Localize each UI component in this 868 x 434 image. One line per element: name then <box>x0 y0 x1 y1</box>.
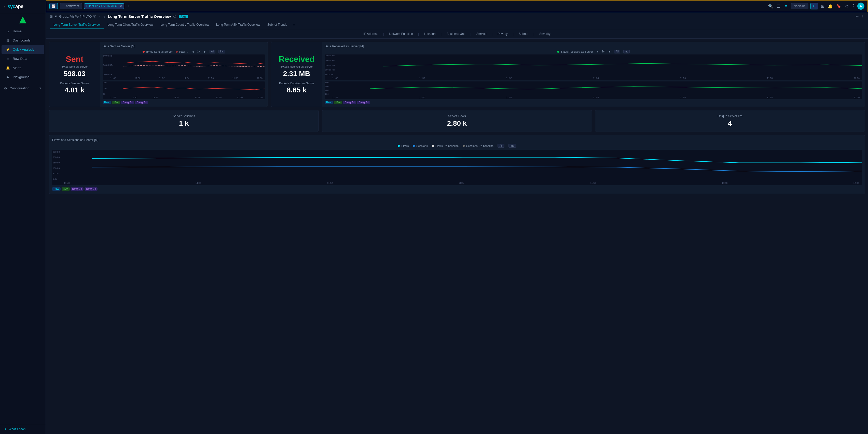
tag-davg-recv-2[interactable]: Davg 7d <box>357 101 370 104</box>
dashboard-title: Long Term Server Traffic Overview <box>108 14 171 19</box>
tag-15m[interactable]: 15m <box>112 101 120 104</box>
tag-davg-flows-1[interactable]: Davg 7d <box>71 187 84 191</box>
star-icon[interactable]: ☆ <box>102 14 105 18</box>
sidebar-item-label: Raw Data <box>13 57 27 61</box>
inv-btn[interactable]: Inv <box>218 50 225 54</box>
tag-davg-flows-2[interactable]: Davg 7d <box>85 187 97 191</box>
add-tab-button[interactable]: + <box>291 21 297 29</box>
tab-subnet-trends[interactable]: Subnet Trends <box>264 21 291 29</box>
top-metrics-row: Sent Bytes Sent as Server 598.03 Packets… <box>49 42 865 107</box>
tag-15m-flows[interactable]: 15m <box>62 187 70 191</box>
list-icon[interactable]: ☰ <box>776 3 781 9</box>
received-x-axis: 11:48 11:50 11:52 11:54 11:56 11:58 12:0… <box>332 77 860 80</box>
received-title: Received <box>279 55 315 64</box>
add-filter-button[interactable]: + <box>126 4 131 9</box>
received-small-x-axis: 11:48 11:50 11:52 11:54 11:56 11:58 12:0… <box>332 96 860 99</box>
main-content: 📈 ☰ netflow ▼ Client IP =172.16.70.49 ✕ … <box>46 0 868 434</box>
more-icon[interactable]: ⋮ <box>861 14 864 18</box>
filter-location[interactable]: Location <box>420 31 440 37</box>
sent-x-axis: 11:48 11:50 11:52 11:54 11:56 11:58 12:0… <box>110 77 262 80</box>
tag-davg-recv-1[interactable]: Davg 7d <box>343 101 356 104</box>
refresh-button[interactable]: ↻ <box>810 3 818 9</box>
filter-ip-address[interactable]: IP Address <box>359 31 383 37</box>
analysis-icon: ⚡ <box>6 48 10 52</box>
tag-davg-1[interactable]: Davg 7d <box>121 101 134 104</box>
sidebar-item-playground[interactable]: ▶ Playground <box>2 72 44 82</box>
tag-15m-recv[interactable]: 15m <box>334 101 342 104</box>
filter-subnet[interactable]: Subnet <box>514 31 533 37</box>
topbar: 📈 ☰ netflow ▼ Client IP =172.16.70.49 ✕ … <box>46 0 868 12</box>
flows-y-axis: 250.00 200.00 150.00 100.00 50.00 0.00 <box>53 151 60 180</box>
received-chart-area: Data Received as Server [M] Bytes Receiv… <box>322 42 865 107</box>
search-icon[interactable]: 🔍 <box>768 3 774 9</box>
series-count-recv: 1/4 <box>602 50 606 53</box>
status-indicator <box>0 13 45 27</box>
filter-privacy[interactable]: Privacy <box>493 31 512 37</box>
status-dot <box>19 16 27 23</box>
bookmark-icon[interactable]: 🔖 <box>836 3 842 9</box>
filter-chip-client-ip[interactable]: Client IP =172.16.70.49 ✕ <box>84 3 125 9</box>
tab-asn-traffic[interactable]: Long Term ASN Traffic Overview <box>213 21 264 29</box>
source-selector[interactable]: ☰ netflow ▼ <box>60 3 82 9</box>
sidebar-item-configuration[interactable]: ⚙ Configuration ▼ <box>0 84 45 93</box>
filter-network-function[interactable]: Network Function <box>384 31 417 37</box>
server-sessions-card: Server Sessions 1 k <box>49 110 319 132</box>
sent-small-chart: 250 150 50 11:48 11:50 11:52 11:54 <box>103 82 265 99</box>
legend-dot-sessions <box>413 145 415 147</box>
prev-series-btn[interactable]: ◄ <box>191 50 194 53</box>
filter-severity[interactable]: Severity <box>535 31 555 37</box>
all-btn[interactable]: All <box>210 50 215 54</box>
no-value-label: No value <box>794 4 806 8</box>
received-chart-title: Data Received as Server [M] <box>324 44 862 48</box>
legend-dot-flows-baseline <box>432 145 434 147</box>
bytes-received-label: Bytes Received as Server <box>281 65 313 68</box>
sidebar-item-alerts[interactable]: 🔔 Alerts <box>2 63 44 72</box>
filter-label: Client IP =172.16.70.49 <box>86 4 118 8</box>
next-series-btn-recv[interactable]: ► <box>609 50 611 53</box>
chart-toggle-button[interactable]: 📈 <box>50 3 58 9</box>
sidebar-item-dashboards[interactable]: ▦ Dashboards <box>2 36 44 45</box>
filter-service[interactable]: Service <box>472 31 491 37</box>
group-selector[interactable]: ⊞ ▼ Group: VisPerf IP LTO ⓘ <box>50 14 96 18</box>
sidebar-item-home[interactable]: ⌂ Home <box>2 27 44 36</box>
chevron-down-icon: ▼ <box>76 4 80 8</box>
close-icon[interactable]: ✕ <box>120 5 122 8</box>
flows-inv-btn[interactable]: Inv <box>508 144 516 148</box>
filter-business-unit[interactable]: Business Unit <box>442 31 470 37</box>
next-series-btn[interactable]: ► <box>204 50 207 53</box>
received-small-y-axis: 800 600 400 200 <box>325 82 329 95</box>
gear-icon[interactable]: ⚙ <box>844 3 849 9</box>
sidebar-item-raw-data[interactable]: ≡ Raw Data <box>2 54 44 63</box>
help-icon[interactable]: ? <box>851 3 855 9</box>
tag-raw[interactable]: Raw <box>103 101 111 104</box>
back-arrow[interactable]: ‹ <box>4 4 5 9</box>
grid-icon[interactable]: ⊞ <box>820 3 825 9</box>
inv-btn-recv[interactable]: Inv <box>623 50 630 54</box>
whats-new-button[interactable]: ✦ What's new? <box>0 424 45 434</box>
tab-server-traffic[interactable]: Long Term Server Traffic Overview <box>50 21 104 29</box>
tab-country-traffic[interactable]: Long Term Country Traffic Overview <box>157 21 213 29</box>
sent-chart-area: Data Sent as Server [M] Bytes Sent as Se… <box>100 42 268 107</box>
topbar-right: 🔍 ☰ ▼ No value ↻ ⊞ 🔔 🔖 ⚙ ? A <box>768 3 864 10</box>
rawdata-icon: ≡ <box>6 57 10 61</box>
tab-client-traffic[interactable]: Long Term Client Traffic Overview <box>104 21 157 29</box>
bell-icon[interactable]: 🔔 <box>827 3 834 9</box>
tag-raw-flows[interactable]: Raw <box>52 187 61 191</box>
unique-ips-value: 4 <box>599 119 861 127</box>
all-btn-recv[interactable]: All <box>614 50 620 54</box>
tag-raw-recv[interactable]: Raw <box>324 101 333 104</box>
sidebar-item-label: Playground <box>13 75 30 79</box>
filter-icon[interactable]: ▼ <box>783 3 789 9</box>
sidebar-item-label: Quick Analysis <box>13 48 34 52</box>
group-label: Group: VisPerf IP LTO <box>59 14 92 18</box>
unique-ips-card: Unique Server IPs 4 <box>595 110 865 132</box>
edit-icon[interactable]: ✏ <box>856 14 859 18</box>
flows-chart: 250.00 200.00 150.00 100.00 50.00 0.00 1… <box>52 150 862 185</box>
series-count: 1/4 <box>197 50 200 53</box>
tag-davg-2[interactable]: Davg 7d <box>135 101 148 104</box>
prev-series-btn-recv[interactable]: ◄ <box>596 50 599 53</box>
sidebar-item-quick-analysis[interactable]: ⚡ Quick Analysis <box>2 45 44 54</box>
user-avatar[interactable]: A <box>857 3 864 10</box>
flows-all-btn[interactable]: All <box>498 144 504 148</box>
alerts-icon: 🔔 <box>6 66 10 70</box>
